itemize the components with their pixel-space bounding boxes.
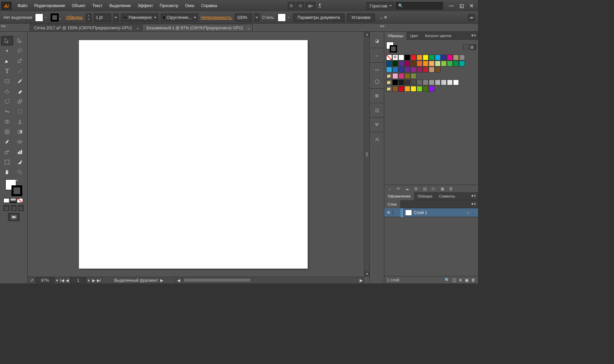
- magic-wand-tool[interactable]: ✦: [1, 46, 13, 56]
- draw-inside-button[interactable]: ◻: [18, 205, 24, 211]
- opacity-label[interactable]: Непрозрачность:: [201, 15, 232, 20]
- visibility-toggle[interactable]: 👁: [384, 210, 393, 215]
- status-info[interactable]: Выделенный фрагмент ▶: [102, 277, 176, 284]
- swatch[interactable]: [404, 86, 410, 92]
- swatch[interactable]: [411, 80, 416, 85]
- swatch[interactable]: [398, 61, 404, 66]
- layer-name[interactable]: Слой 1: [413, 210, 467, 215]
- swatch[interactable]: [435, 61, 441, 66]
- close-button[interactable]: ✕: [467, 2, 477, 9]
- bridge-button[interactable]: Br: [288, 2, 295, 9]
- menu-effect[interactable]: Эффект: [134, 0, 157, 11]
- brush-combo[interactable]: Скругление...: [161, 13, 198, 22]
- menu-edit[interactable]: Редактирование: [31, 0, 68, 11]
- shaper-tool[interactable]: [1, 87, 13, 96]
- menu-window[interactable]: Окно: [182, 0, 198, 11]
- minimize-button[interactable]: —: [446, 2, 456, 9]
- swatch[interactable]: [429, 86, 435, 92]
- zoom-input[interactable]: 87%: [36, 277, 55, 284]
- type-tool[interactable]: T: [1, 66, 13, 76]
- blend-tool[interactable]: [14, 137, 26, 147]
- vertical-scrollbar[interactable]: ▲ ▼: [364, 32, 369, 277]
- slice-tool[interactable]: [14, 157, 26, 167]
- swatch-folder[interactable]: 📁: [386, 80, 392, 85]
- mesh-tool[interactable]: [1, 127, 13, 136]
- canvas-area[interactable]: ▲ ▼ ↗ 87% ▾ I◀ ◀ 1 ▾ ▶ ▶I Выделенный фра…: [28, 32, 369, 283]
- stroke-panel-tab[interactable]: Обводка: [414, 192, 436, 200]
- opacity-dropdown[interactable]: [255, 13, 259, 22]
- preferences-button[interactable]: Установки: [347, 13, 375, 22]
- none-mode-button[interactable]: [17, 198, 23, 203]
- swatch-libraries-icon[interactable]: ⫠: [387, 186, 392, 191]
- stroke-color[interactable]: [11, 185, 22, 196]
- swatch[interactable]: [447, 55, 453, 60]
- swatch-cloud-icon[interactable]: ☁: [404, 186, 410, 191]
- swatch[interactable]: [441, 80, 447, 85]
- symbols-tab[interactable]: Символы: [436, 192, 458, 200]
- swatch[interactable]: [423, 55, 428, 60]
- swatch[interactable]: [411, 73, 416, 79]
- swatch[interactable]: [392, 67, 398, 72]
- new-swatch-icon[interactable]: ▣: [440, 186, 445, 191]
- opacity-input[interactable]: 100%: [235, 13, 252, 22]
- menu-object[interactable]: Объект: [68, 0, 89, 11]
- swatch[interactable]: [404, 80, 410, 85]
- swatch[interactable]: [447, 80, 453, 85]
- stroke-weight-input[interactable]: 1 pt: [94, 13, 111, 22]
- dock-brushes-icon[interactable]: Ψ: [372, 120, 382, 129]
- swatch[interactable]: [453, 80, 459, 85]
- grid-view-button[interactable]: ⊞: [470, 44, 476, 50]
- new-layer-icon[interactable]: ▣: [465, 278, 469, 282]
- swatch-options-icon[interactable]: ⊞: [413, 186, 419, 191]
- new-folder-icon[interactable]: 🗀: [431, 186, 436, 191]
- scroll-thumb[interactable]: [184, 278, 251, 282]
- locate-object-icon[interactable]: 🔍: [445, 278, 450, 282]
- scale-tool[interactable]: [14, 97, 26, 106]
- swatch[interactable]: [392, 86, 398, 92]
- lasso-tool[interactable]: [14, 46, 26, 56]
- maximize-button[interactable]: ◱: [456, 2, 467, 9]
- swatches-tab[interactable]: Образцы: [384, 32, 407, 40]
- swatch[interactable]: [398, 86, 404, 92]
- swatch[interactable]: [459, 55, 465, 60]
- dock-gradient-icon[interactable]: ▭: [372, 65, 382, 74]
- arrange-documents-button[interactable]: ▦▾: [305, 2, 315, 9]
- swatch[interactable]: [392, 73, 398, 79]
- menu-help[interactable]: Справка: [198, 0, 220, 11]
- list-view-button[interactable]: [463, 44, 469, 50]
- swatch-folder[interactable]: 📁: [386, 73, 392, 79]
- stroke-swatch[interactable]: [51, 13, 59, 22]
- document-tab[interactable]: Безымянный-1 @ 87% (CMYK/Предпросмотр GP…: [142, 24, 253, 31]
- swatch[interactable]: [453, 61, 459, 66]
- swatch[interactable]: [411, 86, 416, 92]
- document-setup-button[interactable]: Параметры документа: [293, 13, 344, 22]
- new-sublayer-icon[interactable]: ⊕: [459, 278, 462, 282]
- swatch[interactable]: [417, 61, 422, 66]
- color-mode-button[interactable]: [3, 198, 9, 203]
- stroke-label[interactable]: Обводка:: [66, 15, 83, 20]
- color-guide-tab[interactable]: Каталог цветов: [422, 32, 455, 40]
- selection-tool[interactable]: [1, 36, 13, 46]
- swatch[interactable]: [435, 80, 441, 85]
- export-icon[interactable]: ↗: [28, 277, 36, 284]
- controlbar-overflow[interactable]: ▪▪▪≡: [468, 14, 475, 21]
- search-input[interactable]: 🔍: [396, 2, 443, 9]
- color-tab[interactable]: Цвет: [407, 32, 422, 40]
- last-artboard-button[interactable]: ▶I: [96, 277, 102, 284]
- dock-libraries-icon[interactable]: ◪: [372, 36, 382, 45]
- gpu-rocket-icon[interactable]: [317, 3, 323, 9]
- artboard[interactable]: [79, 40, 308, 269]
- swatch[interactable]: [417, 80, 422, 85]
- fill-stroke-control[interactable]: ⇄: [5, 179, 22, 196]
- paintbrush-tool[interactable]: [14, 77, 26, 86]
- artboard-nav-input[interactable]: 1: [70, 277, 86, 284]
- eraser-tool[interactable]: [14, 87, 26, 96]
- dock-align-icon[interactable]: ⫠: [372, 51, 382, 60]
- swatch[interactable]: [404, 73, 410, 79]
- gradient-mode-button[interactable]: [10, 198, 16, 203]
- swatch[interactable]: [398, 80, 404, 85]
- dock-transparency-icon[interactable]: ◯: [372, 77, 382, 86]
- swatch[interactable]: [392, 80, 398, 85]
- make-clipping-mask-icon[interactable]: ◫: [452, 278, 456, 282]
- stroke-weight-dropdown[interactable]: [114, 13, 118, 22]
